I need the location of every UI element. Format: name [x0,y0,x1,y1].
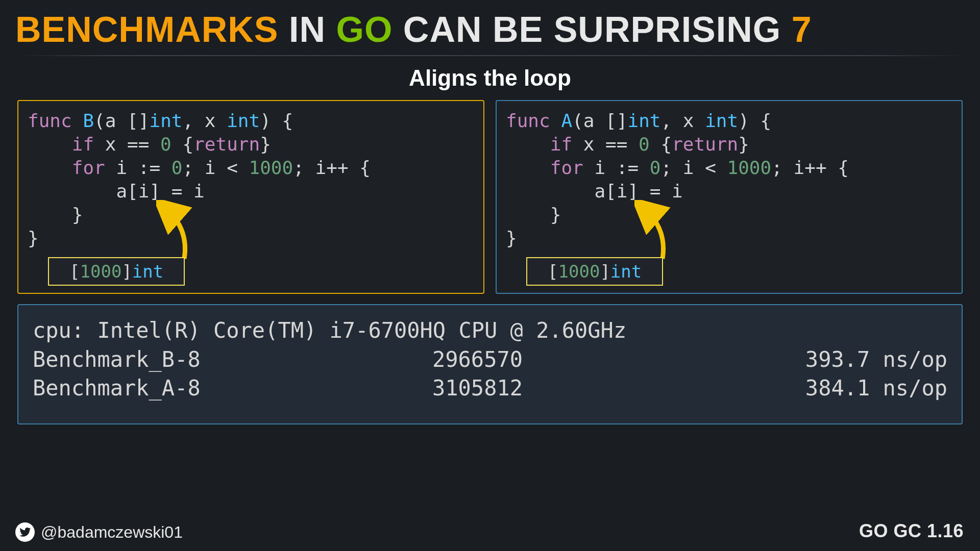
code-text: { [650,134,672,155]
callout-type: int [132,261,163,282]
title-word-can: CAN [403,10,482,49]
code-text: (a [] [572,110,627,131]
code-text: i := [105,157,172,178]
bench-row: Benchmark_A-8 3105812 384.1 ns/op [33,374,947,403]
bench-row: Benchmark_B-8 2966570 393.7 ns/op [33,345,947,374]
bench-name: Benchmark_B-8 [33,345,308,374]
title-word-surprising: SURPRISING [554,10,781,49]
title-word-in: IN [289,10,326,49]
num-zero: 0 [650,157,661,178]
code-text: x == [572,134,639,155]
indent [28,157,72,178]
code-text: , x [660,110,705,131]
indent [506,134,550,155]
code-text: i := [583,157,650,178]
bench-nsop: 384.1 ns/op [523,374,947,403]
type-int: int [705,110,738,131]
bracket-open: [ [548,261,558,282]
code-text: ; i++ { [293,157,371,178]
kw-for: for [72,157,105,178]
num-thousand: 1000 [249,157,293,178]
title-divider [15,55,965,56]
num-thousand: 1000 [727,157,772,178]
kw-if: if [72,134,94,155]
kw-return: return [672,134,738,155]
code-line: } [28,228,39,248]
code-line: a[i] = i [506,181,683,202]
footer: @badamczewski01 [15,522,183,542]
bracket-close: ] [600,261,610,282]
code-line: a[i] = i [28,181,205,202]
twitter-handle: @badamczewski01 [41,523,183,542]
title-word-benchmarks: BENCHMARKS [15,10,279,49]
func-name-a: A [561,110,572,131]
slide-title: BENCHMARKS IN GO CAN BE SURPRISING 7 [15,9,965,50]
slide-subtitle: Aligns the loop [15,65,965,91]
kw-if: if [550,134,572,155]
bench-name: Benchmark_A-8 [33,374,308,403]
code-text: ) { [738,110,771,131]
bench-nsop: 393.7 ns/op [523,345,947,374]
code-text: ; i < [182,157,249,178]
code-text: ) { [260,110,293,131]
type-int: int [627,110,660,131]
bracket-close: ] [121,261,132,282]
kw-return: return [193,134,260,155]
benchmark-output: cpu: Intel(R) Core(TM) i7-6700HQ CPU @ 2… [17,304,963,424]
title-number: 7 [792,10,812,49]
code-text: (a [] [94,110,149,131]
code-line: } [28,204,83,225]
code-text: ; i < [660,157,727,178]
code-box-b: func B(a []int, x int) { if x == 0 {retu… [17,100,484,294]
callout-size: 1000 [80,261,121,282]
code-text: , x [182,110,227,131]
title-word-go: GO [336,10,393,49]
code-text: { [172,134,193,155]
indent [28,134,72,155]
bench-cpu-line: cpu: Intel(R) Core(TM) i7-6700HQ CPU @ 2… [33,316,947,345]
code-box-a: func A(a []int, x int) { if x == 0 {retu… [496,100,963,294]
kw-for: for [550,157,583,178]
num-zero: 0 [639,134,650,155]
type-int: int [227,110,260,131]
type-callout-a: [1000]int [526,257,663,286]
func-name-b: B [83,110,94,131]
code-text: x == [94,134,160,155]
callout-type: int [610,261,642,282]
code-text: ; i++ { [771,157,849,178]
twitter-icon [15,522,35,542]
code-line: } [506,228,517,248]
kw-func: func [28,110,72,131]
title-word-be: BE [493,10,543,49]
code-b: func B(a []int, x int) { if x == 0 {retu… [28,109,474,250]
indent [506,157,550,178]
slide: BENCHMARKS IN GO CAN BE SURPRISING 7 Ali… [0,0,980,551]
bracket-open: [ [69,261,80,282]
bench-iters: 3105812 [308,374,523,403]
callout-size: 1000 [558,261,600,282]
bench-iters: 2966570 [308,345,523,374]
type-int: int [149,110,182,131]
go-version-label: GO GC 1.16 [859,520,964,542]
code-text: } [738,134,749,155]
type-callout-b: [1000]int [48,257,185,286]
num-zero: 0 [172,157,183,178]
code-a: func A(a []int, x int) { if x == 0 {retu… [506,109,952,250]
num-zero: 0 [160,134,172,155]
code-line: } [506,204,561,225]
code-text: } [260,134,271,155]
kw-func: func [506,110,550,131]
code-row: func B(a []int, x int) { if x == 0 {retu… [15,100,965,294]
